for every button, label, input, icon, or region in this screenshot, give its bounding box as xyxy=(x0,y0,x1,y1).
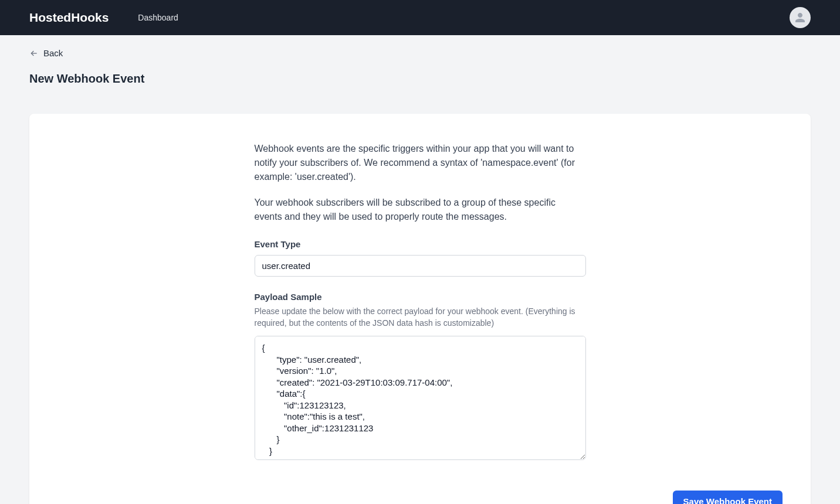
back-label: Back xyxy=(43,48,63,58)
back-link[interactable]: Back xyxy=(29,48,63,58)
payload-label: Payload Sample xyxy=(255,292,586,302)
payload-group: Payload Sample Please update the below w… xyxy=(255,292,586,463)
card-inner: Webhook events are the specific triggers… xyxy=(255,142,586,463)
app-header: HostedHooks Dashboard xyxy=(0,0,840,35)
payload-textarea[interactable] xyxy=(255,336,586,460)
form-card: Webhook events are the specific triggers… xyxy=(29,114,811,505)
page-content: Back New Webhook Event Webhook events ar… xyxy=(0,35,840,504)
logo[interactable]: HostedHooks xyxy=(29,11,109,25)
event-type-group: Event Type xyxy=(255,239,586,277)
event-type-input[interactable] xyxy=(255,255,586,277)
payload-help: Please update the below with the correct… xyxy=(255,305,586,329)
user-icon xyxy=(793,11,807,25)
description-para1: Webhook events are the specific triggers… xyxy=(255,142,586,184)
page-title: New Webhook Event xyxy=(29,72,811,86)
event-type-label: Event Type xyxy=(255,239,586,249)
save-button[interactable]: Save Webhook Event xyxy=(673,491,783,504)
description-para2: Your webhook subscribers will be subscri… xyxy=(255,196,586,224)
arrow-left-icon xyxy=(29,49,39,58)
header-left: HostedHooks Dashboard xyxy=(29,11,178,25)
nav-dashboard[interactable]: Dashboard xyxy=(138,13,178,22)
avatar[interactable] xyxy=(790,7,811,28)
card-footer: Save Webhook Event xyxy=(29,491,811,504)
